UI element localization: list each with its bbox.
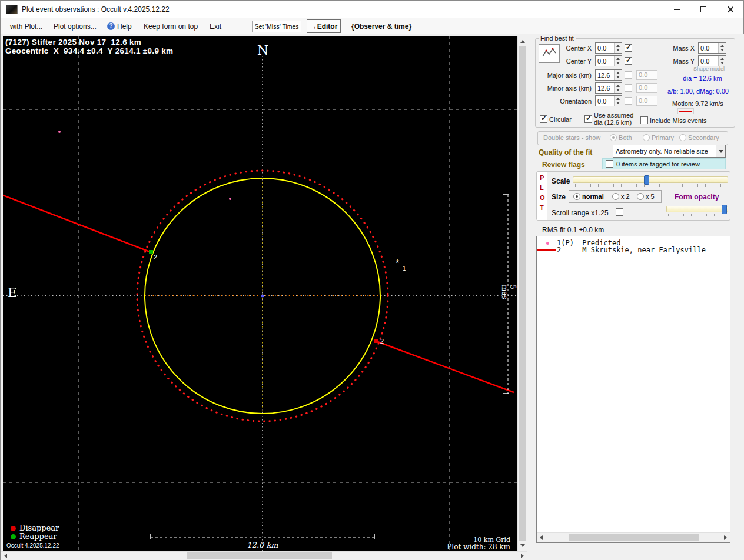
major-axis-spinner[interactable]: 12.6 (595, 69, 622, 81)
set-miss-times-button[interactable]: Set 'Miss' Times (252, 21, 301, 32)
form-opacity-slider-track[interactable] (666, 206, 728, 212)
close-icon (727, 6, 734, 13)
menu-plot-options[interactable]: Plot options... (54, 22, 97, 31)
major-axis-label: Major axis (km) (539, 72, 592, 79)
size-option-normal[interactable]: normal (573, 193, 604, 200)
maximize-button[interactable] (690, 1, 717, 18)
maximize-icon (700, 6, 706, 12)
app-window: Plot event observations : Occult v.4.202… (0, 0, 744, 560)
mass-x-spinner[interactable]: 0.0 (698, 42, 726, 54)
dropdown-arrow-icon[interactable] (716, 145, 725, 157)
plot-horizontal-scrollbar[interactable] (1, 551, 527, 560)
reappear-marker[interactable] (149, 250, 153, 254)
scroll-right-icon[interactable] (724, 535, 727, 540)
menu-help[interactable]: Help (117, 22, 132, 31)
form-opacity-slider-thumb[interactable] (722, 205, 727, 214)
minor-axis-checkbox[interactable] (625, 84, 632, 92)
double-stars-option-secondary[interactable]: Secondary (679, 134, 719, 141)
menu-exit[interactable]: Exit (210, 22, 221, 31)
chord-2-egress-line[interactable] (376, 341, 514, 392)
observer-time-label: {Observer & time} (351, 22, 411, 31)
editor-button[interactable]: →Editor (307, 19, 341, 33)
rms-fit-label: RMS fit 0.1 ±0.0 km (542, 226, 604, 234)
horizontal-scroll-thumb[interactable] (187, 552, 332, 559)
scroll-down-icon[interactable] (520, 544, 525, 547)
plot-version-label: Occult 4.2025.12.22 (6, 542, 59, 549)
scroll-range-checkbox[interactable] (616, 208, 623, 216)
minor-axis-alt-field: 0.0 (636, 83, 657, 93)
review-flags-label: Review flags (542, 161, 585, 169)
help-icon[interactable] (107, 22, 115, 30)
window-title: Plot event observations : Occult v.4.202… (22, 5, 170, 14)
center-y-spinner[interactable]: 0.0 (595, 55, 622, 66)
spinner-arrows-icon[interactable] (614, 43, 622, 53)
double-stars-option-both[interactable]: Both (610, 134, 632, 141)
list-scroll-thumb[interactable] (569, 534, 699, 541)
circular-checkbox[interactable] (540, 115, 547, 123)
chord-2-ingress-line[interactable] (3, 195, 151, 252)
observation-row[interactable]: 2 M Skrutskie, near Earlysville (557, 246, 706, 254)
star-marker-asterisk: * (396, 258, 399, 269)
observations-listbox[interactable]: 1(P) Predicted 2 M Skrutskie, near Early… (536, 236, 730, 543)
find-best-fit-title: Find best fit (539, 35, 576, 42)
use-assumed-label-line2: dia (12.6 km) (594, 119, 632, 126)
scale-slider-thumb[interactable] (644, 175, 649, 185)
spinner-arrows-icon[interactable] (718, 43, 726, 53)
quality-of-fit-value: Astrometry only. No reliable size (613, 145, 715, 155)
mass-x-label: Mass X (667, 45, 695, 52)
scroll-left-icon[interactable] (540, 535, 543, 540)
spinner-arrows-icon[interactable] (614, 96, 622, 106)
center-x-checkbox[interactable] (625, 44, 632, 52)
scale-bar-label: 12.0 km (233, 541, 292, 549)
spinner-arrows-icon[interactable] (614, 70, 622, 80)
center-x-label: Center X (539, 45, 592, 52)
scroll-right-icon[interactable] (521, 554, 524, 558)
size-x2-label: x 2 (621, 193, 630, 200)
orientation-spinner[interactable]: 0.0 (595, 95, 622, 106)
chord1-number-label: 2 (154, 254, 157, 261)
include-miss-events-checkbox[interactable] (640, 116, 648, 124)
plot-area[interactable]: (7127) Stifter 2025 Nov 17 12.6 km Geoce… (3, 36, 517, 551)
size-x5-label: x 5 (646, 193, 655, 200)
orientation-checkbox[interactable] (625, 97, 632, 105)
plot-canvas (3, 36, 517, 551)
plot-header-line1: (7127) Stifter 2025 Nov 17 12.6 km (5, 38, 141, 46)
radio-icon (679, 134, 686, 141)
mass-y-spinner[interactable]: 0.0 (698, 55, 726, 66)
menu-keep-form-on-top[interactable]: Keep form on top (144, 22, 198, 31)
major-axis-value: 12.6 (596, 70, 614, 80)
mas-bar-label: 5 mas (500, 285, 517, 299)
menu-with-plot[interactable]: with Plot... (10, 22, 42, 31)
minor-axis-spinner[interactable]: 12.6 (595, 82, 622, 94)
spinner-arrows-icon[interactable] (614, 56, 622, 66)
quality-of-fit-dropdown[interactable]: Astrometry only. No reliable size (613, 145, 726, 158)
use-assumed-dia-checkbox[interactable] (584, 115, 592, 123)
plot-vertical-scrollbar[interactable] (517, 36, 527, 551)
size-option-x5[interactable]: x 5 (637, 193, 655, 200)
center-x-spinner[interactable]: 0.0 (595, 42, 622, 54)
radio-icon (612, 193, 619, 200)
spinner-arrows-icon[interactable] (718, 56, 726, 66)
quality-of-fit-label: Quality of the fit (539, 148, 592, 156)
double-stars-option-primary[interactable]: Primary (643, 134, 674, 141)
scroll-up-icon[interactable] (520, 40, 525, 43)
title-bar: Plot event observations : Occult v.4.202… (1, 1, 743, 18)
size-normal-label: normal (582, 193, 604, 200)
size-option-x2[interactable]: x 2 (612, 193, 630, 200)
major-axis-checkbox[interactable] (625, 71, 632, 79)
shape-model-button[interactable] (677, 108, 694, 114)
include-miss-events-label: Include Miss events (650, 117, 707, 124)
scroll-left-icon[interactable] (4, 554, 7, 558)
minimize-button[interactable] (664, 1, 690, 18)
spinner-arrows-icon[interactable] (614, 83, 622, 93)
list-horizontal-scrollbar[interactable] (537, 532, 730, 542)
center-y-checkbox[interactable] (625, 57, 632, 65)
review-flags-text: 0 items are tagged for review (616, 161, 700, 168)
vertical-scroll-thumb[interactable] (519, 46, 526, 541)
ab-dmag-info-label: a/b: 1.00, dMag: 0.00 (667, 88, 729, 95)
center-x-value: 0.0 (596, 43, 614, 53)
review-flags-checkbox[interactable] (606, 160, 613, 168)
scale-slider-track[interactable] (573, 176, 728, 183)
close-button[interactable] (717, 1, 743, 18)
disappear-marker[interactable] (374, 339, 378, 343)
